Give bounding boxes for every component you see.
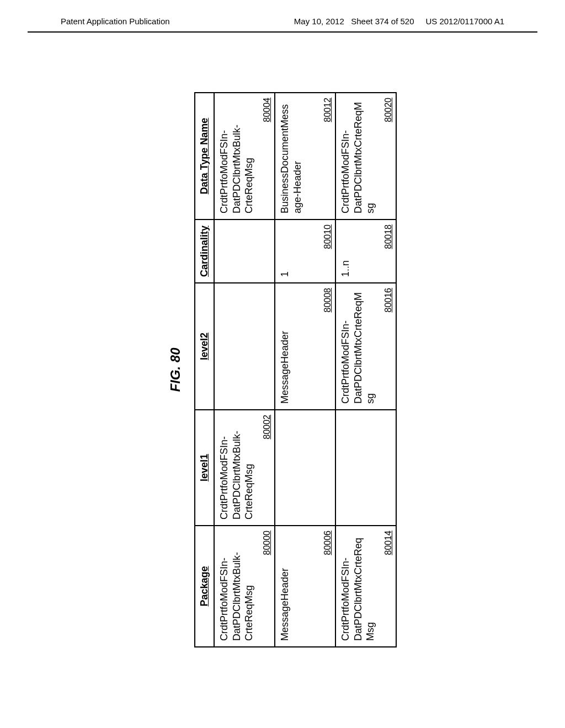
cell-level2: CrdtPrtfoModFSIn-DatPDClbrtMtxCrteReqMsg… bbox=[336, 283, 397, 410]
cell-text: MessageHeader bbox=[279, 289, 292, 404]
page-header: Patent Application Publication May 10, 2… bbox=[28, 0, 537, 33]
cell-datatype: CrdtPrtfoModFSIn-DatPDClbrtMtxCrteReqMsg… bbox=[336, 92, 397, 219]
cell-cardinality: 1 80010 bbox=[275, 219, 336, 282]
cell-ref: 80020 bbox=[384, 97, 394, 122]
pub-date: May 10, 2012 bbox=[294, 17, 344, 26]
col-header-level2: level2 bbox=[195, 283, 215, 410]
cell-package: CrdtPrtfoModFSIn-DatPDClbrtMtxBulk-CrteR… bbox=[215, 526, 275, 647]
cell-level2 bbox=[215, 283, 275, 410]
cell-level1 bbox=[275, 410, 336, 526]
publication-label: Patent Application Publication bbox=[61, 17, 170, 26]
cell-datatype: CrdtPrtfoModFSIn-DatPDClbrtMtxBulk-CrteR… bbox=[215, 92, 275, 219]
cell-text: MessageHeader bbox=[279, 532, 292, 641]
cell-text: BusinessDocumentMessage-Header bbox=[279, 98, 304, 213]
cell-text: CrdtPrtfoModFSIn-DatPDClbrtMtxCrteReq Ms… bbox=[340, 532, 377, 641]
table-header-row: Package level1 level2 Cardinality Data T… bbox=[195, 92, 215, 646]
cell-ref: 80000 bbox=[263, 531, 273, 555]
cell-ref: 80018 bbox=[384, 224, 394, 249]
cell-text: CrdtPrtfoModFSIn-DatPDClbrtMtxBulk-CrteR… bbox=[218, 416, 256, 520]
table-row: CrdtPrtfoModFSIn-DatPDClbrtMtxCrteReq Ms… bbox=[336, 92, 397, 646]
data-table: Package level1 level2 Cardinality Data T… bbox=[195, 92, 397, 647]
cell-ref: 80014 bbox=[384, 531, 394, 555]
cell-ref: 80016 bbox=[384, 288, 394, 313]
rotated-figure: FIG. 80 Package level1 level2 Cardinalit… bbox=[168, 92, 397, 647]
sheet-number: Sheet 374 of 520 bbox=[351, 17, 414, 26]
cell-ref: 80002 bbox=[263, 415, 273, 440]
cell-level2: MessageHeader 80008 bbox=[275, 283, 336, 410]
cell-ref: 80012 bbox=[323, 97, 333, 122]
col-header-level1: level1 bbox=[195, 410, 215, 526]
table-row: MessageHeader 80006 MessageHeader 80008 … bbox=[275, 92, 336, 646]
cell-level1 bbox=[336, 410, 397, 526]
cell-text: 1 bbox=[279, 225, 292, 276]
cell-package: MessageHeader 80006 bbox=[275, 526, 336, 647]
figure-area: FIG. 80 Package level1 level2 Cardinalit… bbox=[0, 66, 565, 673]
col-header-datatype: Data Type Name bbox=[195, 92, 215, 219]
table-row: CrdtPrtfoModFSIn-DatPDClbrtMtxBulk-CrteR… bbox=[215, 92, 275, 646]
cell-cardinality: 1..n 80018 bbox=[336, 219, 397, 282]
col-header-package: Package bbox=[195, 526, 215, 647]
publication-info: May 10, 2012 Sheet 374 of 520 US 2012/01… bbox=[294, 17, 504, 26]
cell-ref: 80008 bbox=[323, 288, 333, 313]
cell-level1: CrdtPrtfoModFSIn-DatPDClbrtMtxBulk-CrteR… bbox=[215, 410, 275, 526]
cell-text: CrdtPrtfoModFSIn-DatPDClbrtMtxBulk-CrteR… bbox=[218, 98, 256, 213]
cell-ref: 80006 bbox=[323, 531, 333, 555]
cell-text: CrdtPrtfoModFSIn-DatPDClbrtMtxBulk-CrteR… bbox=[218, 532, 256, 641]
cell-ref: 80004 bbox=[263, 97, 273, 122]
cell-text: 1..n bbox=[340, 225, 353, 276]
cell-cardinality bbox=[215, 219, 275, 282]
cell-text: CrdtPrtfoModFSIn-DatPDClbrtMtxCrteReqMsg bbox=[340, 98, 377, 213]
cell-ref: 80010 bbox=[323, 224, 333, 249]
figure-title: FIG. 80 bbox=[168, 92, 184, 647]
cell-datatype: BusinessDocumentMessage-Header 80012 bbox=[275, 92, 336, 219]
pub-number: US 2012/0117000 A1 bbox=[425, 17, 504, 26]
col-header-cardinality: Cardinality bbox=[195, 219, 215, 282]
cell-package: CrdtPrtfoModFSIn-DatPDClbrtMtxCrteReq Ms… bbox=[336, 526, 397, 647]
cell-text: CrdtPrtfoModFSIn-DatPDClbrtMtxCrteReqMsg bbox=[340, 289, 377, 404]
